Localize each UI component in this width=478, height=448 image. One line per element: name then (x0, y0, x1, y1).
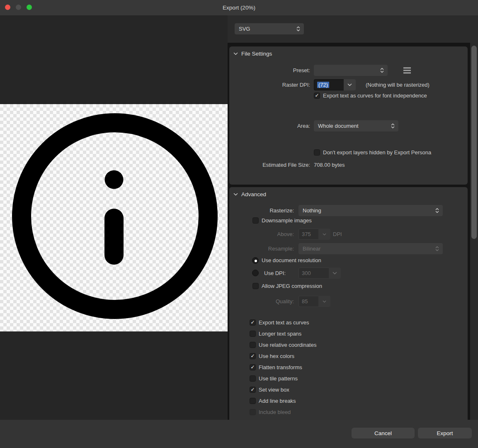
resample-dropdown-value: Bilinear (303, 246, 320, 252)
svg-option-label[interactable]: Flatten transforms (259, 364, 302, 370)
format-strip: SVG (228, 15, 478, 43)
svg-option-label[interactable]: Use hex colors (259, 353, 294, 359)
advanced-title: Advanced (241, 191, 266, 197)
area-dropdown[interactable]: Whole document (314, 120, 398, 131)
chevron-down-icon (347, 83, 352, 86)
use-dpi-row: Use DPI: 300 (229, 268, 468, 279)
svg-option-row[interactable]: Longer text spans (250, 328, 316, 339)
svg-option-checkbox[interactable]: ✓ (250, 319, 256, 326)
use-doc-resolution-radio[interactable] (252, 257, 259, 264)
resample-label: Resample: (229, 243, 294, 254)
svg-option-label[interactable]: Use relative coordinates (259, 342, 316, 348)
use-doc-resolution-radio-row[interactable]: Use document resolution (252, 255, 321, 266)
svg-option-row[interactable]: Use tile patterns (250, 373, 316, 384)
above-combobox: 375 (298, 229, 330, 240)
svg-option-label[interactable]: Export text as curves (259, 319, 309, 326)
rasterize-dropdown[interactable]: Nothing (298, 205, 443, 216)
use-doc-resolution-label[interactable]: Use document resolution (262, 257, 321, 263)
area-row: Area: Whole document (229, 120, 468, 131)
curves-font-label[interactable]: Export text as curves for font independe… (323, 93, 427, 99)
downsample-label[interactable]: Downsample images (262, 217, 312, 224)
format-dropdown[interactable]: SVG (235, 23, 304, 34)
file-settings-title: File Settings (241, 51, 272, 57)
svg-option-row[interactable]: ✓ Flatten transforms (250, 362, 316, 373)
svg-option-checkbox[interactable] (250, 331, 256, 337)
svg-option-row[interactable]: Include bleed (250, 407, 316, 418)
quality-input: 85 (298, 296, 318, 307)
rasterize-row: Rasterize: Nothing (229, 205, 468, 216)
title-bar: Export (20%) (0, 0, 478, 15)
quality-row: Quality: 85 (229, 296, 468, 307)
above-drop-button (318, 229, 330, 240)
hidden-layers-label[interactable]: Don't export layers hidden by Export Per… (323, 149, 431, 156)
chevron-down-icon (323, 233, 326, 236)
export-dialog: Export (20%) SVG (0, 0, 478, 448)
svg-option-label[interactable]: Include bleed (259, 409, 291, 415)
svg-option-checkbox[interactable]: ✓ (250, 364, 256, 370)
svg-option-label[interactable]: Set view box (259, 387, 289, 393)
info-icon-artwork (0, 104, 228, 331)
area-label: Area: (229, 120, 310, 131)
jpeg-checkbox-row[interactable]: Allow JPEG compression (252, 280, 322, 292)
quality-label: Quality: (229, 296, 294, 307)
above-unit: DPI (333, 231, 342, 237)
svg-option-checkbox[interactable]: ✓ (250, 353, 256, 359)
panel-scrollbar[interactable] (470, 43, 478, 420)
updown-chevron-icon (435, 246, 439, 252)
svg-option-label[interactable]: Add line breaks (259, 398, 296, 404)
check-icon: ✓ (250, 319, 255, 325)
hidden-layers-checkbox[interactable] (314, 149, 320, 156)
curves-font-checkbox-row[interactable]: ✓ Export text as curves for font indepen… (314, 90, 427, 101)
check-icon: ✓ (250, 387, 255, 392)
svg-option-row[interactable]: ✓ Use hex colors (250, 351, 316, 362)
jpeg-label[interactable]: Allow JPEG compression (262, 283, 322, 289)
curves-font-checkbox[interactable]: ✓ (314, 93, 320, 99)
estimated-size-label: Estimated File Size: (229, 159, 310, 170)
svg-option-row[interactable]: ✓ Export text as curves (250, 317, 316, 328)
format-dropdown-value: SVG (239, 26, 250, 32)
raster-dpi-input[interactable]: (72) (314, 79, 344, 90)
svg-option-row[interactable]: ✓ Set view box (250, 384, 316, 395)
quality-value: 85 (302, 298, 308, 304)
svg-option-label[interactable]: Use tile patterns (259, 375, 298, 382)
svg-option-label[interactable]: Longer text spans (259, 331, 301, 337)
updown-chevron-icon (435, 207, 439, 214)
estimated-size-value: 708.00 bytes (314, 162, 345, 168)
file-settings-section: File Settings Preset: Raster DPI: (229, 46, 468, 185)
above-input: 375 (298, 229, 318, 240)
advanced-section: Advanced Rasterize: Nothing Downsample i… (229, 187, 468, 420)
downsample-checkbox[interactable] (252, 217, 259, 224)
window-title: Export (20%) (0, 0, 478, 15)
raster-dpi-note: (Nothing will be rasterized) (366, 82, 429, 88)
use-dpi-label[interactable]: Use DPI: (264, 268, 286, 279)
raster-dpi-row: Raster DPI: (72) (Nothing will be raster… (229, 79, 468, 90)
advanced-header[interactable]: Advanced (233, 191, 266, 197)
svg-option-checkbox[interactable]: ✓ (250, 387, 256, 393)
raster-dpi-drop-button[interactable] (344, 79, 356, 90)
svg-option-row[interactable]: Add line breaks (250, 395, 316, 407)
chevron-down-icon (332, 272, 337, 275)
downsample-checkbox-row[interactable]: Downsample images (252, 215, 312, 226)
resample-row: Resample: Bilinear (229, 243, 468, 254)
raster-dpi-combobox[interactable]: (72) (314, 79, 356, 90)
cancel-button[interactable]: Cancel (352, 428, 415, 438)
preset-dropdown[interactable] (314, 65, 388, 76)
svg-option-checkbox[interactable] (250, 398, 256, 404)
svg-option-row[interactable]: Use relative coordinates (250, 339, 316, 351)
resample-dropdown: Bilinear (298, 243, 443, 254)
updown-chevron-icon (380, 67, 384, 73)
scrollbar-thumb[interactable] (471, 46, 477, 239)
preset-menu-icon[interactable] (403, 67, 411, 74)
export-button[interactable]: Export (418, 428, 472, 438)
use-dpi-radio[interactable] (252, 270, 259, 276)
section-expanded-chevron-icon[interactable] (233, 52, 238, 55)
updown-chevron-icon (391, 123, 395, 129)
svg-option-checkbox[interactable] (250, 342, 256, 348)
jpeg-checkbox[interactable] (252, 283, 259, 289)
dialog-footer: Cancel Export (0, 420, 478, 448)
hidden-layers-checkbox-row[interactable]: Don't export layers hidden by Export Per… (314, 147, 431, 158)
section-expanded-chevron-icon[interactable] (233, 193, 238, 196)
svg-option-checkbox[interactable] (250, 375, 256, 382)
file-settings-header[interactable]: File Settings (233, 51, 272, 57)
svg-option-checkbox[interactable] (250, 409, 256, 415)
